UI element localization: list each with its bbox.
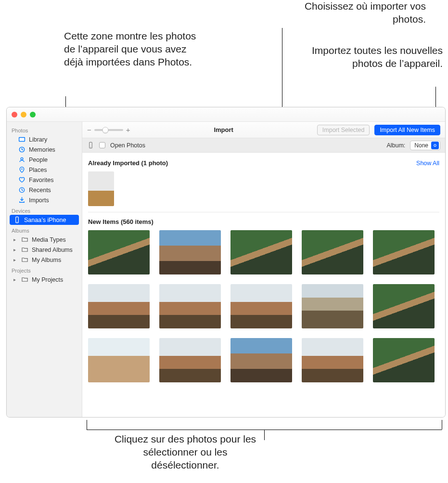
sidebar-item-shared-albums[interactable]: ▸ Shared Albums <box>7 245 82 255</box>
clock-icon <box>18 186 26 194</box>
photo-thumbnail[interactable] <box>373 338 435 382</box>
sidebar-label: Sanaa’s iPhone <box>24 217 66 223</box>
photo-thumbnail[interactable] <box>159 230 221 274</box>
svg-point-7 <box>17 222 17 222</box>
minimize-window-button[interactable] <box>21 112 26 117</box>
leader-line <box>87 420 87 430</box>
photo-thumbnail[interactable] <box>88 171 114 206</box>
toolbar: − + Import Import Selected Import All Ne… <box>82 122 445 138</box>
sidebar-label: Library <box>29 136 47 143</box>
photo-thumbnail[interactable] <box>230 284 292 328</box>
import-options-bar: Open Photos Album: None <box>82 138 445 153</box>
open-photos-checkbox[interactable] <box>99 142 105 148</box>
sidebar-label: My Albums <box>32 257 61 263</box>
sidebar-label: Imports <box>29 197 49 204</box>
folder-icon <box>21 246 28 253</box>
sidebar-item-media-types[interactable]: ▸ Media Types <box>7 235 82 245</box>
sidebar-section-devices: Devices <box>7 205 82 215</box>
photo-thumbnail[interactable] <box>373 230 435 274</box>
chevron-right-icon[interactable]: ▸ <box>13 237 18 242</box>
zoom-window-button[interactable] <box>30 112 36 117</box>
import-selected-button[interactable]: Import Selected <box>317 125 370 135</box>
album-label: Album: <box>386 142 405 149</box>
sidebar-section-projects: Projects <box>7 265 82 274</box>
photo-thumbnail[interactable] <box>88 284 150 328</box>
import-all-new-button[interactable]: Import All New Items <box>374 125 440 135</box>
sidebar-label: People <box>29 157 48 163</box>
folder-icon <box>21 276 28 283</box>
toolbar-title: Import <box>135 126 312 133</box>
svg-point-4 <box>21 169 22 170</box>
already-imported-thumbs <box>88 171 439 206</box>
sidebar-section-albums: Albums <box>7 225 82 235</box>
new-items-heading: New Items (560 items) <box>88 218 439 225</box>
svg-point-3 <box>21 157 23 160</box>
zoom-out-icon[interactable]: − <box>87 126 91 134</box>
folder-icon <box>21 236 28 243</box>
album-select-value: None <box>414 142 428 149</box>
import-icon <box>18 196 26 204</box>
separator <box>88 212 439 212</box>
close-window-button[interactable] <box>12 112 17 117</box>
photo-thumbnail[interactable] <box>230 230 292 274</box>
chevron-up-down-icon <box>431 142 439 149</box>
album-destination-select[interactable]: None <box>410 141 440 150</box>
iphone-icon <box>87 142 94 149</box>
photo-thumbnail[interactable] <box>302 284 363 328</box>
sidebar-item-recents[interactable]: Recents <box>7 185 82 195</box>
sidebar-label: Memories <box>29 146 55 153</box>
folder-icon <box>21 256 28 263</box>
callout-already-imported: Cette zone montre les photos de l’appare… <box>64 30 208 69</box>
chevron-right-icon[interactable]: ▸ <box>13 257 18 262</box>
new-items-thumbs <box>88 230 439 382</box>
window-titlebar <box>7 107 445 122</box>
sidebar-label: Recents <box>29 187 51 194</box>
annotation-layer: Cette zone montre les photos de l’appare… <box>0 0 448 483</box>
sidebar-item-device[interactable]: Sanaa’s iPhone <box>10 215 79 225</box>
main-area: − + Import Import Selected Import All Ne… <box>82 122 445 417</box>
callout-import-all: Importez toutes les nouvelles photos de … <box>298 44 443 70</box>
sidebar-item-my-projects[interactable]: ▸ My Projects <box>7 274 82 285</box>
thumbnail-size-slider[interactable] <box>94 129 123 131</box>
heart-icon <box>18 176 26 183</box>
photo-thumbnail[interactable] <box>159 338 221 382</box>
callout-click-to-select: Cliquez sur des photos pour les sélectio… <box>111 433 260 472</box>
sidebar-item-people[interactable]: People <box>7 155 82 165</box>
leader-line <box>264 430 265 440</box>
show-all-link[interactable]: Show All <box>416 160 439 167</box>
zoom-in-icon[interactable]: + <box>126 126 130 134</box>
library-icon <box>18 136 26 143</box>
photo-thumbnail[interactable] <box>159 284 221 328</box>
photo-thumbnail[interactable] <box>302 230 363 274</box>
sidebar-label: My Projects <box>32 276 63 283</box>
photos-app-window: Photos Library Memories <box>6 107 446 418</box>
iphone-icon <box>13 216 21 223</box>
chevron-right-icon[interactable]: ▸ <box>13 247 18 252</box>
sidebar: Photos Library Memories <box>7 122 82 417</box>
sidebar-item-places[interactable]: Places <box>7 165 82 175</box>
zoom-control: − + <box>87 126 130 134</box>
sidebar-item-imports[interactable]: Imports <box>7 195 82 205</box>
sidebar-label: Shared Albums <box>32 247 73 253</box>
sidebar-item-memories[interactable]: Memories <box>7 144 82 155</box>
sidebar-item-my-albums[interactable]: ▸ My Albums <box>7 255 82 265</box>
slider-knob[interactable] <box>102 127 108 133</box>
photo-thumbnail[interactable] <box>302 338 363 382</box>
sidebar-label: Favorites <box>29 177 53 183</box>
leader-line <box>442 420 442 430</box>
import-content: Already Imported (1 photo) Show All New … <box>82 153 445 417</box>
places-icon <box>18 166 26 173</box>
photo-thumbnail[interactable] <box>88 338 150 382</box>
photo-thumbnail[interactable] <box>230 338 292 382</box>
sidebar-label: Places <box>29 167 47 173</box>
callout-choose-destination: Choisissez où importer vos photos. <box>277 0 426 26</box>
sidebar-label: Media Types <box>32 236 66 243</box>
photo-thumbnail[interactable] <box>88 230 150 274</box>
sidebar-item-favorites[interactable]: Favorites <box>7 175 82 185</box>
photo-thumbnail[interactable] <box>373 284 435 328</box>
svg-rect-1 <box>19 138 24 141</box>
people-icon <box>18 156 26 163</box>
open-photos-label: Open Photos <box>110 142 145 149</box>
chevron-right-icon[interactable]: ▸ <box>13 277 18 282</box>
sidebar-item-library[interactable]: Library <box>7 134 82 144</box>
